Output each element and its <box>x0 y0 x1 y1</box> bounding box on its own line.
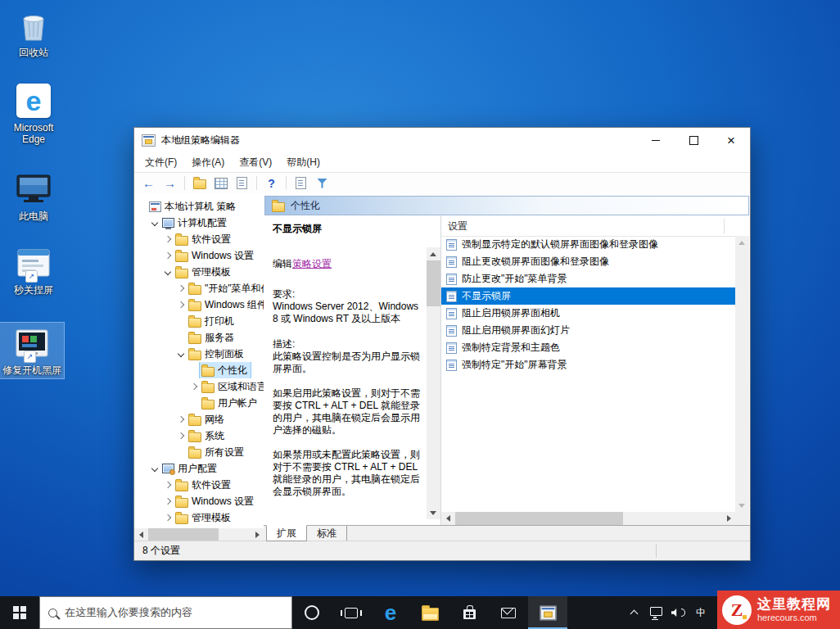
tree-item[interactable]: 用户配置 <box>134 460 264 477</box>
properties-button[interactable] <box>291 174 310 192</box>
setting-item[interactable]: 阻止启用锁屏界面相机 <box>441 305 735 322</box>
tree-item[interactable]: Windows 设置 <box>134 247 264 264</box>
setting-item[interactable]: 阻止启用锁屏界面幻灯片 <box>441 322 735 339</box>
edit-policy-link[interactable]: 策略设置 <box>292 258 332 269</box>
setting-item[interactable]: 阻止更改锁屏界面图像和登录图像 <box>441 253 735 270</box>
setting-item[interactable]: 强制特定"开始"屏幕背景 <box>441 356 735 373</box>
back-button[interactable]: ← <box>139 174 158 192</box>
scroll-left-button[interactable] <box>134 528 147 541</box>
collapse-chevron-icon[interactable] <box>149 220 160 225</box>
menu-item[interactable]: 帮助(H) <box>279 153 327 172</box>
desktop-icon-recycle-bin[interactable]: 回收站 <box>2 5 65 61</box>
tree-item[interactable]: "开始"菜单和任务栏 <box>134 280 264 296</box>
filter-button[interactable] <box>313 174 332 192</box>
settings-horizontal-scrollbar[interactable] <box>441 512 735 526</box>
gpedit-taskbar-button[interactable] <box>528 596 567 629</box>
tree-item[interactable]: 区域和语言选项 <box>134 378 264 395</box>
edge-taskbar-button[interactable]: e <box>371 596 410 629</box>
folder-icon <box>175 269 188 278</box>
maximize-button[interactable] <box>675 128 712 152</box>
tree-item[interactable]: 用户帐户 <box>134 395 264 411</box>
tree-item[interactable]: 个性化 <box>134 362 264 378</box>
setting-item[interactable]: 强制特定背景和主题色 <box>441 339 735 356</box>
expand-chevron-icon[interactable] <box>175 286 187 291</box>
tree-item[interactable]: 软件设置 <box>134 231 264 247</box>
scroll-down-button[interactable] <box>427 506 440 519</box>
tree-item[interactable]: 所有设置 <box>134 444 264 460</box>
title-bar[interactable]: 本地组策略编辑器 × <box>134 128 750 152</box>
forward-button[interactable]: → <box>160 174 179 192</box>
help-button[interactable]: ? <box>262 174 281 192</box>
expand-chevron-icon[interactable] <box>175 302 187 307</box>
file-explorer-button[interactable] <box>410 596 449 629</box>
tray-chevron-button[interactable] <box>627 609 640 617</box>
scroll-up-button[interactable] <box>735 236 748 249</box>
folder-icon <box>201 383 215 393</box>
scrollbar-thumb[interactable] <box>427 260 440 306</box>
collapse-chevron-icon[interactable] <box>149 466 160 471</box>
start-button[interactable] <box>0 596 39 629</box>
detail-vertical-scrollbar[interactable] <box>427 247 440 519</box>
tree-item[interactable]: 管理模板 <box>134 264 264 280</box>
expand-chevron-icon[interactable] <box>162 253 174 258</box>
up-one-level-button[interactable] <box>190 174 209 192</box>
tab-extended[interactable]: 扩展 <box>266 525 307 541</box>
settings-column-header[interactable]: 设置 <box>441 216 735 237</box>
tree-item[interactable]: 系统 <box>134 428 264 444</box>
expand-chevron-icon[interactable] <box>162 499 174 504</box>
ime-indicator[interactable]: 中 <box>694 606 707 620</box>
volume-button[interactable] <box>671 609 685 618</box>
mail-button[interactable] <box>489 596 528 629</box>
expand-chevron-icon[interactable] <box>162 237 174 242</box>
desktop-icon-this-pc[interactable]: 此电脑 <box>2 169 65 224</box>
menu-item[interactable]: 查看(V) <box>232 153 279 172</box>
gpedit-app-icon <box>540 605 556 620</box>
column-separator[interactable] <box>724 219 725 233</box>
expand-chevron-icon[interactable] <box>162 482 174 487</box>
cortana-button[interactable] <box>292 596 332 629</box>
desktop-icon-shortcut2[interactable]: ↗ 修复开机黑屏 <box>0 323 64 378</box>
task-view-button[interactable] <box>332 596 371 629</box>
desktop-icon-edge[interactable]: e Microsoft Edge <box>2 80 65 147</box>
setting-item[interactable]: 不显示锁屏 <box>441 287 735 305</box>
settings-vertical-scrollbar[interactable] <box>735 236 749 512</box>
setting-item[interactable]: 防止更改"开始"菜单背景 <box>441 270 735 287</box>
scroll-up-button[interactable] <box>427 247 440 260</box>
close-button[interactable]: × <box>712 128 750 152</box>
export-list-button[interactable] <box>233 174 251 192</box>
minimize-button[interactable] <box>637 128 675 152</box>
tree-item[interactable]: Windows 组件 <box>134 296 264 313</box>
app-window-icon: ↗ <box>17 245 50 281</box>
scrollbar-thumb[interactable] <box>455 512 623 526</box>
menu-item[interactable]: 文件(F) <box>138 153 184 172</box>
expand-chevron-icon[interactable] <box>162 515 174 520</box>
show-console-tree-button[interactable] <box>211 174 230 192</box>
tree-item[interactable]: 网络 <box>134 411 264 428</box>
menu-item[interactable]: 操作(A) <box>184 153 232 172</box>
scroll-right-button[interactable] <box>722 512 735 525</box>
tree-item[interactable]: 控制面板 <box>134 346 264 362</box>
expand-chevron-icon[interactable] <box>188 384 200 389</box>
store-button[interactable] <box>449 596 489 629</box>
taskbar-search-box[interactable]: 在这里输入你要搜索的内容 <box>39 596 292 629</box>
network-button[interactable] <box>649 609 662 616</box>
tree-item[interactable]: 管理模板 <box>134 509 264 526</box>
scroll-left-button[interactable] <box>441 512 454 525</box>
scroll-right-button[interactable] <box>251 528 264 541</box>
collapse-chevron-icon[interactable] <box>175 351 187 356</box>
tree-item[interactable]: 本地计算机 策略 <box>134 198 264 215</box>
desktop-icon-shortcut1[interactable]: ↗ 秒关捏屏 <box>2 242 65 298</box>
scroll-down-button[interactable] <box>735 499 748 512</box>
tree-item[interactable]: 计算机配置 <box>134 215 264 231</box>
scrollbar-thumb[interactable] <box>148 528 219 541</box>
expand-chevron-icon[interactable] <box>175 417 187 422</box>
tree-horizontal-scrollbar[interactable] <box>134 528 264 541</box>
setting-item[interactable]: 强制显示特定的默认锁屏界面图像和登录图像 <box>441 236 735 253</box>
tree-item[interactable]: 服务器 <box>134 329 264 346</box>
tree-item[interactable]: 软件设置 <box>134 477 264 493</box>
expand-chevron-icon[interactable] <box>175 433 187 438</box>
tab-standard[interactable]: 标准 <box>306 526 347 541</box>
collapse-chevron-icon[interactable] <box>162 269 174 274</box>
tree-item[interactable]: Windows 设置 <box>134 493 264 509</box>
tree-item[interactable]: 打印机 <box>134 313 264 329</box>
